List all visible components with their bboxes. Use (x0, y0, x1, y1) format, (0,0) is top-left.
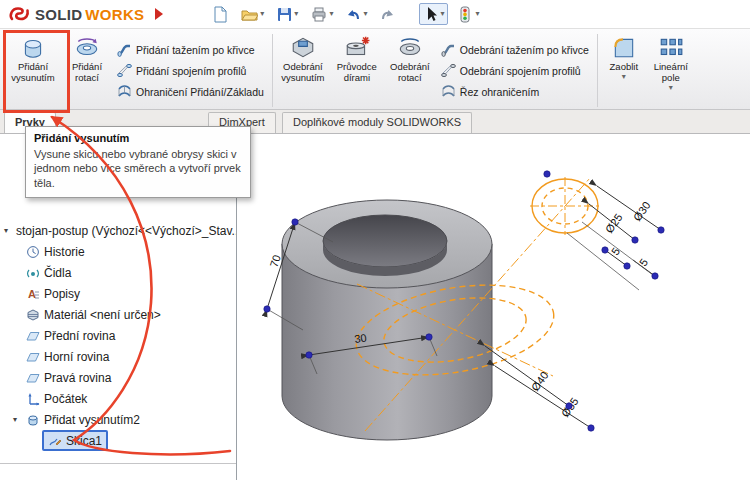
tree-root-label: stojan-postup (Výchozí<<Výchozí>_Stav... (16, 224, 236, 238)
fillet-button[interactable]: Zaoblit ▾ (601, 32, 647, 83)
tree-item-right-plane[interactable]: Pravá rovina (0, 367, 236, 388)
title-bar: SOLIDWORKS ▾ ▾ (0, 0, 750, 28)
tree-item-label: Skica1 (66, 434, 102, 448)
dim-25: Ø25 (603, 211, 625, 235)
dropdown-arrow-icon: ▾ (294, 10, 298, 18)
button-label: Odebrání rotací (385, 62, 435, 84)
boss-small-group: Přidání tažením po křivce Přidání spojen… (112, 40, 269, 101)
sketch1-selection[interactable]: Skica1 (42, 430, 108, 451)
undo-button[interactable]: ▾ (342, 4, 371, 25)
print-button[interactable]: ▾ (307, 3, 337, 25)
open-button[interactable]: ▾ (237, 4, 268, 25)
revolved-cut-button[interactable]: Odebrání rotací (384, 32, 436, 86)
dim-30: 30 (354, 331, 368, 345)
lofted-boss-button[interactable]: Přidání spojením profilů (112, 61, 269, 80)
select-cursor-icon (423, 6, 438, 22)
button-label: Odebrání spojením profilů (460, 65, 581, 77)
graphics-area[interactable]: 70 30 Ø40 Ø55 Ø25 Ø30 5 5 (237, 134, 750, 480)
extruded-boss-button[interactable]: Přidání vysunutím (4, 32, 62, 86)
boss-extrude-icon (26, 413, 40, 427)
tree-item-label: Čidla (44, 266, 71, 280)
model-canvas[interactable]: 70 30 Ø40 Ø55 Ø25 Ø30 5 5 (237, 134, 750, 480)
tree-item-label: Popisy (44, 287, 80, 301)
origin-icon (26, 392, 40, 406)
linear-pattern-button[interactable]: Lineární pole ▾ (647, 32, 695, 94)
tooltip-body: Vysune skicu nebo vybrané obrysy skici v… (34, 147, 242, 190)
select-tool-button[interactable]: ▾ (419, 3, 448, 25)
tree-root-part[interactable]: ▾ stojan-postup (Výchozí<<Výchozí>_Stav.… (0, 220, 236, 241)
expand-arrow-icon[interactable]: ▾ (4, 226, 8, 235)
dim-30d: Ø30 (631, 199, 653, 223)
cylinder-solid[interactable] (282, 200, 492, 440)
dropdown-arrow-icon: ▾ (475, 10, 479, 18)
dropdown-arrow-icon: ▾ (440, 10, 444, 18)
hole-wizard-icon (344, 34, 370, 62)
new-document-button[interactable] (209, 3, 232, 26)
command-manager-ribbon: Přidání vysunutím Přidání rotací Přidání (0, 28, 750, 110)
undo-icon (346, 7, 361, 22)
hole-wizard-button[interactable]: Průvodce dírami (330, 32, 384, 86)
redo-button[interactable] (376, 4, 399, 25)
print-icon (311, 6, 327, 22)
plane-icon (26, 371, 40, 385)
linear-pattern-icon (658, 34, 684, 62)
revolved-boss-icon (74, 34, 100, 62)
tree-item-label: Počátek (44, 392, 87, 406)
annotations-icon: A (26, 287, 40, 301)
save-icon (277, 7, 292, 22)
extruded-cut-icon (290, 34, 316, 62)
tree-item-front-plane[interactable]: Přední rovina (0, 325, 236, 346)
tree-item-origin[interactable]: Počátek (0, 388, 236, 409)
brand-solid: SOLID (35, 6, 82, 23)
boundary-cut-button[interactable]: Řez ohraničením (436, 82, 594, 101)
tooltip-title: Přidání vysunutím (34, 132, 242, 144)
swept-boss-button[interactable]: Přidání tažením po křivce (112, 40, 269, 59)
dropdown-arrow-icon[interactable]: ▾ (669, 84, 673, 92)
tree-item-annotations[interactable]: A Popisy (0, 283, 236, 304)
tree-item-label: Přední rovina (44, 329, 115, 343)
rebuild-button[interactable]: ▾ (453, 3, 483, 26)
tree-item-label: Pravá rovina (44, 371, 111, 385)
tree-item-label: Historie (44, 245, 85, 259)
tree-item-sensors[interactable]: Čidla (0, 262, 236, 283)
button-label: Lineární pole (648, 62, 694, 84)
cut-small-group: Odebrání tažením po křivce Odebrání spoj… (436, 40, 594, 101)
tree-item-boss-extrude[interactable]: ▾ Přidat vysunutím2 (0, 409, 236, 430)
brand-works: WORKS (85, 6, 144, 23)
tree-item-sketch1[interactable]: Skica1 (0, 430, 236, 451)
extruded-cut-button[interactable]: Odebrání vysunutím (276, 32, 330, 86)
tree-item-material[interactable]: Materiál <není určen> (0, 304, 236, 325)
button-label: Odebrání tažením po křivce (460, 44, 589, 56)
revolved-boss-button[interactable]: Přidání rotací (62, 32, 112, 86)
tab-addins[interactable]: Doplňkové moduly SOLIDWORKS (282, 112, 472, 133)
button-label: Odebrání vysunutím (277, 62, 329, 84)
history-icon (26, 245, 40, 259)
swept-cut-button[interactable]: Odebrání tažením po křivce (436, 40, 594, 59)
expand-arrow-icon[interactable]: ▾ (13, 415, 22, 424)
menu-expand-arrow-icon[interactable] (155, 8, 163, 20)
button-label: Přidání rotací (63, 62, 111, 84)
tree-item-label: Přidat vysunutím2 (44, 413, 140, 427)
boundary-cut-icon (441, 84, 456, 99)
dropdown-arrow-icon[interactable]: ▾ (622, 73, 626, 81)
tree-item-top-plane[interactable]: Horní rovina (0, 346, 236, 367)
tree-item-label: Materiál <není určen> (44, 308, 161, 322)
sensors-icon (26, 266, 40, 280)
swept-boss-icon (117, 42, 132, 57)
dropdown-arrow-icon: ▾ (329, 10, 333, 18)
dropdown-arrow-icon: ▾ (363, 10, 367, 18)
revolved-cut-icon (397, 34, 423, 62)
panel-divider (0, 463, 237, 464)
traffic-light-icon (457, 6, 473, 23)
extruded-boss-icon (20, 34, 46, 62)
dim-5b: 5 (637, 256, 650, 268)
save-button[interactable]: ▾ (273, 4, 302, 25)
tree-item-history[interactable]: Historie (0, 241, 236, 262)
lofted-cut-button[interactable]: Odebrání spojením profilů (436, 61, 594, 80)
solidworks-logo: SOLIDWORKS (8, 5, 144, 23)
material-icon (26, 308, 40, 322)
boundary-boss-button[interactable]: Ohraničení Přidání/Základu (112, 82, 269, 101)
boundary-boss-icon (117, 84, 132, 99)
new-document-icon (213, 6, 228, 23)
open-folder-icon (241, 7, 258, 22)
